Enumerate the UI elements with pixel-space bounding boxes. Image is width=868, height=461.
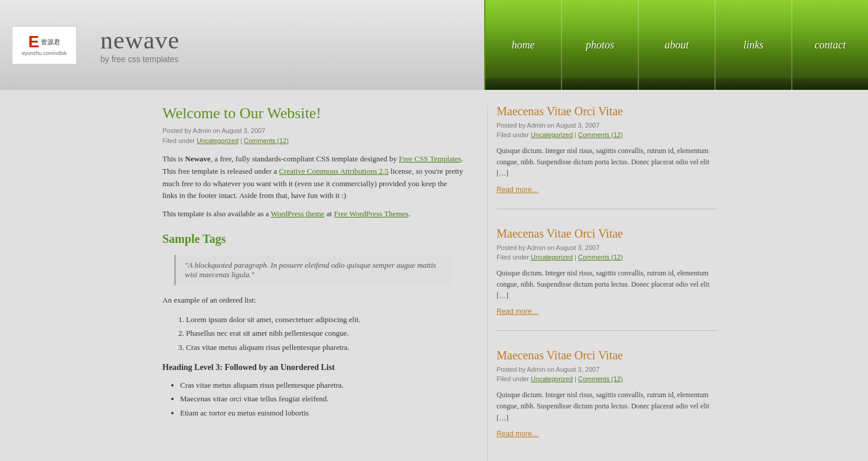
main-post-category-link[interactable]: Uncategorized <box>197 137 239 144</box>
nav-home-label: home <box>512 39 535 51</box>
logo-image: E 资源君 eyunzhu.com/vdisk <box>12 26 77 64</box>
main-post-comments-link[interactable]: Comments (12) <box>244 137 289 144</box>
free-css-link[interactable]: Free CSS Templates <box>399 154 461 163</box>
sidebar-post-2-comments[interactable]: Comments (12) <box>578 254 623 261</box>
sidebar-post-3-meta-filed: Filed under Uncategorized | Comments (12… <box>497 375 717 382</box>
site-title-area: newave by free css templates <box>100 26 180 64</box>
nav-links-label: links <box>743 39 763 51</box>
sidebar-post-1-body: Quisque dictum. Integer nisl risus, sagi… <box>497 145 717 180</box>
sidebar-post-3: Maecenas Vitae Orci Vitae Posted by Admi… <box>497 349 717 453</box>
unordered-list: Cras vitae metus aliquam risus pellentes… <box>180 378 464 420</box>
main-post-meta-filed: Filed under Uncategorized | Comments (12… <box>162 137 464 144</box>
intro2-text: , a free, fully standards-compliant CSS … <box>211 154 399 163</box>
nav-about-label: about <box>664 39 688 51</box>
at-text: at <box>325 209 334 218</box>
nav-photos-label: photos <box>586 39 614 51</box>
nav-photos[interactable]: photos <box>561 0 638 90</box>
sidebar-post-2-read-more[interactable]: Read more… <box>497 307 717 316</box>
brand-name: Newave <box>185 154 210 163</box>
free-wp-themes-link[interactable]: Free WordPress Themes <box>334 209 408 218</box>
list-item: Phasellus nec erat sit amet nibh pellent… <box>186 326 464 340</box>
logo-letter: E <box>28 34 40 50</box>
logo-sub-text: eyunzhu.com/vdisk <box>22 50 67 56</box>
nav-about[interactable]: about <box>638 0 714 90</box>
sidebar-post-3-read-more[interactable]: Read more… <box>497 430 717 438</box>
sidebar-post-1-comments[interactable]: Comments (12) <box>578 131 623 138</box>
sidebar-post-3-meta-posted: Posted by Admin on August 3, 2007 <box>497 366 717 373</box>
content-wrapper: Welcome to Our Website! Posted by Admin … <box>0 90 868 461</box>
sidebar-post-2-title: Maecenas Vitae Orci Vitae <box>497 227 717 241</box>
list-item: Cras vitae metus aliquam risus pellentes… <box>186 340 464 354</box>
logo-brand-text: 资源君 <box>41 38 60 47</box>
nav-contact-label: contact <box>815 39 846 51</box>
main-post-body: This is Newave, a free, fully standards-… <box>162 153 464 220</box>
filed-under-label: Filed under <box>162 137 195 144</box>
site-subtitle: by free css templates <box>100 54 180 64</box>
sidebar-post-1: Maecenas Vitae Orci Vitae Posted by Admi… <box>497 105 717 209</box>
sidebar: Maecenas Vitae Orci Vitae Posted by Admi… <box>487 105 717 461</box>
cc-link[interactable]: Creative Commons Attributions 2.5 <box>279 167 389 176</box>
ordered-list-intro: An example of an ordered list: <box>162 294 464 307</box>
logo-area: E 资源君 eyunzhu.com/vdisk <box>12 26 77 64</box>
blockquote-text: "A blockquoted paragraph. In posuere ele… <box>185 261 436 279</box>
site-title: newave <box>100 26 180 54</box>
list-item: Cras vitae metus aliquam risus pellentes… <box>180 378 464 392</box>
sidebar-post-2-body: Quisque dictum. Integer nisl risus, sagi… <box>497 268 717 302</box>
list-item: Lorem ipsum dolor sit amet, consectetuer… <box>186 313 464 326</box>
ordered-list: Lorem ipsum dolor sit amet, consectetuer… <box>186 313 464 354</box>
main-nav: home photos about links contact <box>484 0 868 90</box>
main-post-title: Welcome to Our Website! <box>162 105 464 122</box>
intro-text: This is <box>162 154 185 163</box>
h3-heading: Heading Level 3: Followed by an Unordere… <box>162 363 464 372</box>
sidebar-post-2: Maecenas Vitae Orci Vitae Posted by Admi… <box>497 227 717 332</box>
blockquote: "A blockquoted paragraph. In posuere ele… <box>174 255 452 285</box>
nav-home[interactable]: home <box>484 0 561 90</box>
main-content: Welcome to Our Website! Posted by Admin … <box>162 105 475 461</box>
template-line: This template is also available as a <box>162 209 271 218</box>
main-wrapper: Welcome to Our Website! Posted by Admin … <box>0 90 868 461</box>
wp-theme-link[interactable]: WordPress theme <box>271 209 325 218</box>
sidebar-post-3-comments[interactable]: Comments (12) <box>578 375 623 382</box>
sidebar-post-1-meta-posted: Posted by Admin on August 3, 2007 <box>497 122 717 129</box>
header: E 资源君 eyunzhu.com/vdisk newave by free c… <box>0 0 868 90</box>
period: . <box>409 209 410 218</box>
sidebar-post-1-read-more[interactable]: Read more… <box>497 186 717 194</box>
main-post-meta-posted: Posted by Admin on August 3, 2007 <box>162 127 464 134</box>
sidebar-post-3-category[interactable]: Uncategorized <box>531 375 573 382</box>
sidebar-post-3-title: Maecenas Vitae Orci Vitae <box>497 349 717 362</box>
sidebar-post-1-title: Maecenas Vitae Orci Vitae <box>497 105 717 118</box>
list-item: Etiam ac tortor eu metus euismod loborti… <box>180 406 464 420</box>
sidebar-post-1-meta-filed: Filed under Uncategorized | Comments (12… <box>497 131 717 138</box>
sample-tags-heading: Sample Tags <box>162 232 464 246</box>
sidebar-post-2-meta-filed: Filed under Uncategorized | Comments (12… <box>497 254 717 261</box>
sidebar-post-2-meta-posted: Posted by Admin on August 3, 2007 <box>497 244 717 251</box>
sidebar-post-3-body: Quisque dictum. Integer nisl risus, sagi… <box>497 389 717 424</box>
sidebar-post-1-category[interactable]: Uncategorized <box>531 131 573 138</box>
nav-links[interactable]: links <box>714 0 791 90</box>
sidebar-post-2-category[interactable]: Uncategorized <box>531 254 573 261</box>
nav-contact[interactable]: contact <box>791 0 868 90</box>
list-item: Maecenas vitae orci vitae tellus feugiat… <box>180 392 464 405</box>
